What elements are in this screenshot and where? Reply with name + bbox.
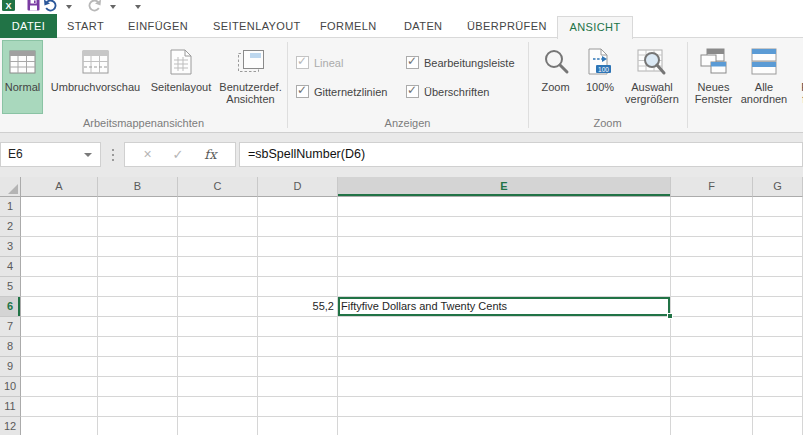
cell-f12[interactable] [671,417,753,435]
cell-b7[interactable] [98,317,178,337]
cell-b11[interactable] [98,397,178,417]
row-header-10[interactable]: 10 [0,377,21,397]
cell-d4[interactable] [258,257,338,277]
tab-einfuegen[interactable]: EINFÜGEN [128,14,188,38]
cell-g1[interactable] [753,197,803,217]
cell-e10[interactable] [338,377,671,397]
cell-f5[interactable] [671,277,753,297]
column-header-b[interactable]: B [98,177,178,197]
checkbox-gitternetzlinien[interactable]: ✓ Gitternetzlinien [296,84,387,99]
fill-handle[interactable] [667,313,673,319]
cell-e12[interactable] [338,417,671,435]
insert-function-icon[interactable]: fx [204,143,216,166]
cell-a4[interactable] [21,257,98,277]
cell-d9[interactable] [258,357,338,377]
cell-e5[interactable] [338,277,671,297]
cell-a2[interactable] [21,217,98,237]
cell-b9[interactable] [98,357,178,377]
cell-c3[interactable] [178,237,258,257]
tab-daten[interactable]: DATEN [404,14,442,38]
cell-f4[interactable] [671,257,753,277]
new-window-button[interactable]: Neues Fenster [688,40,739,114]
cell-d5[interactable] [258,277,338,297]
cell-a11[interactable] [21,397,98,417]
cell-b10[interactable] [98,377,178,397]
select-all-corner[interactable] [0,177,21,197]
cell-b8[interactable] [98,337,178,357]
cell-f1[interactable] [671,197,753,217]
cell-f6[interactable] [671,297,753,317]
cell-c8[interactable] [178,337,258,357]
cell-e11[interactable] [338,397,671,417]
cell-g3[interactable] [753,237,803,257]
row-header-6[interactable]: 6 [0,297,21,317]
save-icon[interactable] [27,0,40,13]
formula-input[interactable]: =sbSpellNumber(D6) [239,142,803,167]
tab-ueberpruefen[interactable]: ÜBERPRÜFEN [467,14,547,38]
cell-g9[interactable] [753,357,803,377]
column-header-d[interactable]: D [258,177,338,197]
cell-c2[interactable] [178,217,258,237]
tab-seitenlayout[interactable]: SEITENLAYOUT [213,14,301,38]
cell-f11[interactable] [671,397,753,417]
cell-g8[interactable] [753,337,803,357]
cell-e7[interactable] [338,317,671,337]
custom-views-button[interactable]: Benutzerdef. Ansichten [215,40,286,114]
cell-d11[interactable] [258,397,338,417]
cell-f9[interactable] [671,357,753,377]
cell-e3[interactable] [338,237,671,257]
column-header-e[interactable]: E [338,177,671,197]
cell-f8[interactable] [671,337,753,357]
cell-e4[interactable] [338,257,671,277]
row-header-2[interactable]: 2 [0,217,21,237]
cell-c6[interactable] [178,297,258,317]
cell-g7[interactable] [753,317,803,337]
row-header-7[interactable]: 7 [0,317,21,337]
row-header-11[interactable]: 11 [0,397,21,417]
customize-quick-access-icon[interactable] [135,5,141,9]
cell-d12[interactable] [258,417,338,435]
cell-a12[interactable] [21,417,98,435]
undo-dropdown-icon[interactable] [66,5,72,9]
cell-g6[interactable] [753,297,803,317]
cell-c11[interactable] [178,397,258,417]
cell-d8[interactable] [258,337,338,357]
undo-icon[interactable] [43,0,65,14]
cell-a3[interactable] [21,237,98,257]
cell-a8[interactable] [21,337,98,357]
column-header-c[interactable]: C [178,177,258,197]
zoom-button[interactable]: Zoom [533,40,578,114]
tab-formeln[interactable]: FORMELN [320,14,377,38]
enter-icon[interactable]: ✓ [173,143,184,166]
cell-b4[interactable] [98,257,178,277]
cell-c1[interactable] [178,197,258,217]
arrange-all-button[interactable]: Alle anordnen [740,40,788,114]
cell-a6[interactable] [21,297,98,317]
cell-e9[interactable] [338,357,671,377]
cell-f7[interactable] [671,317,753,337]
zoom-100-button[interactable]: 100 100% [579,40,621,114]
row-header-4[interactable]: 4 [0,257,21,277]
tab-ansicht[interactable]: ANSICHT [557,16,633,39]
cell-c12[interactable] [178,417,258,435]
cell-g12[interactable] [753,417,803,435]
cell-g5[interactable] [753,277,803,297]
cell-d10[interactable] [258,377,338,397]
tab-start[interactable]: START [67,14,104,38]
cell-c5[interactable] [178,277,258,297]
row-header-8[interactable]: 8 [0,337,21,357]
cell-d3[interactable] [258,237,338,257]
freeze-panes-button[interactable]: Fenster fixieren [789,40,803,114]
cell-b1[interactable] [98,197,178,217]
column-header-g[interactable]: G [753,177,803,197]
redo-icon[interactable] [88,0,110,14]
cell-c4[interactable] [178,257,258,277]
row-header-12[interactable]: 12 [0,417,21,435]
cell-a10[interactable] [21,377,98,397]
checkbox-ueberschriften[interactable]: ✓ Überschriften [406,84,489,99]
checkbox-lineal[interactable]: ✓ Lineal [296,55,343,70]
cell-g10[interactable] [753,377,803,397]
cell-b12[interactable] [98,417,178,435]
column-header-a[interactable]: A [21,177,98,197]
name-box-dropdown-icon[interactable] [84,153,92,157]
